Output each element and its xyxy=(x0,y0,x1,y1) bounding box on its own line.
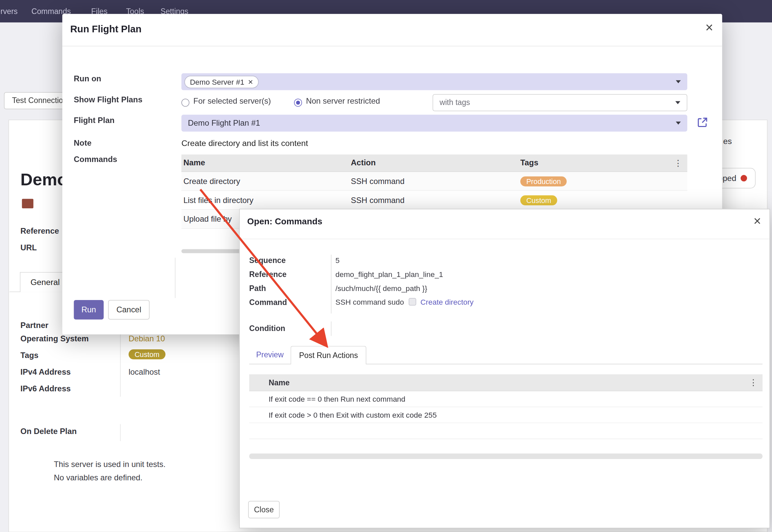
post-run-actions-table: Name ⋮ If exit code == 0 then Run next c… xyxy=(249,374,763,439)
commands-label: Commands xyxy=(74,155,117,164)
field-separator xyxy=(120,424,120,441)
table-row[interactable]: If exit code > 0 then Exit with custom e… xyxy=(249,407,763,423)
chevron-down-icon xyxy=(676,80,681,83)
header-divider xyxy=(62,46,722,46)
tag-badge-production: Production xyxy=(520,176,567,186)
empty-table-row xyxy=(249,423,763,439)
field-separator xyxy=(175,258,175,298)
run-on-select[interactable]: Demo Server #1 ✕ xyxy=(181,73,687,90)
ipv4-label: IPv4 Address xyxy=(20,368,71,377)
radio-non-server-restricted[interactable] xyxy=(294,99,302,107)
on-delete-plan-label: On Delete Plan xyxy=(20,427,77,436)
reference-label: Reference xyxy=(20,227,59,236)
field-separator xyxy=(331,255,331,313)
top-right-truncated-text: es xyxy=(723,137,732,146)
note-label: Note xyxy=(74,139,91,148)
close-icon[interactable]: × xyxy=(705,21,713,34)
radio-for-selected-servers[interactable] xyxy=(181,99,189,107)
modal-title: Open: Commands xyxy=(247,216,322,227)
table-header-row: Name Action Tags ⋮ xyxy=(181,154,687,172)
with-tags-select[interactable]: with tags xyxy=(433,94,687,111)
condition-label: Condition xyxy=(249,324,285,333)
run-button[interactable]: Run xyxy=(74,300,104,319)
page-title: Demo xyxy=(20,170,67,189)
ipv4-value: localhost xyxy=(129,368,160,377)
tag-badge-custom: Custom xyxy=(520,195,557,205)
header-divider xyxy=(240,239,769,239)
plan-description: Create directory and list its content xyxy=(181,139,308,148)
command-row: SSH command sudo Create directory xyxy=(335,298,474,306)
ipv6-label: IPv6 Address xyxy=(20,384,71,393)
table-row[interactable]: If exit code == 0 then Run next command xyxy=(249,391,763,407)
column-options-icon[interactable]: ⋮ xyxy=(749,377,757,388)
cell-name: If exit code == 0 then Run next command xyxy=(269,395,405,403)
path-value: /such/much/{{ demo_path }} xyxy=(335,284,427,292)
sequence-label: Sequence xyxy=(249,256,286,265)
screenshot-root: Servers Commands Files Tools Settings Te… xyxy=(0,0,772,532)
cell-name: List files in directory xyxy=(181,196,351,205)
notebook-tabs: Preview Post Run Actions xyxy=(249,346,763,364)
nav-item-servers[interactable]: Servers xyxy=(0,0,18,22)
column-header-name[interactable]: Name xyxy=(269,378,290,387)
radio-for-selected-servers-label[interactable]: For selected server(s) xyxy=(193,97,271,106)
field-separator xyxy=(331,321,331,336)
command-link[interactable]: Create directory xyxy=(420,298,474,306)
horizontal-scrollbar[interactable] xyxy=(249,454,763,459)
cancel-button[interactable]: Cancel xyxy=(108,300,149,319)
server-chip[interactable]: Demo Server #1 ✕ xyxy=(184,76,259,88)
tab-post-run-actions[interactable]: Post Run Actions xyxy=(291,346,366,364)
cell-action: SSH command xyxy=(351,177,520,186)
tab-preview[interactable]: Preview xyxy=(249,346,291,364)
url-label: URL xyxy=(20,243,37,252)
chevron-down-icon xyxy=(676,122,681,125)
cell-name: Create directory xyxy=(181,177,351,186)
show-flight-plans-label: Show Flight Plans xyxy=(74,95,142,104)
sequence-value: 5 xyxy=(335,256,339,265)
column-header-name[interactable]: Name xyxy=(181,158,351,167)
cell-name: If exit code > 0 then Exit with custom e… xyxy=(269,411,437,419)
app-stage: Servers Commands Files Tools Settings Te… xyxy=(0,0,772,532)
tags-label: Tags xyxy=(20,351,38,360)
partner-label: Partner xyxy=(20,321,48,330)
reference-label: Reference xyxy=(249,270,287,279)
run-on-label: Run on xyxy=(74,74,101,83)
unit-test-note-line2: No variables are defined. xyxy=(54,473,142,482)
table-row[interactable]: Create directory SSH command Production xyxy=(181,172,687,191)
color-swatch[interactable] xyxy=(22,199,33,208)
column-header-action[interactable]: Action xyxy=(351,158,520,167)
table-header-row: Name ⋮ xyxy=(249,374,763,391)
command-value: SSH command sudo xyxy=(335,298,404,306)
open-commands-modal: Open: Commands × Sequence Reference Path… xyxy=(239,209,770,528)
flight-plan-select[interactable]: Demo Flight Plan #1 xyxy=(181,115,687,132)
status-dot-icon xyxy=(741,175,747,181)
unit-test-note-line1: This server is used in unit tests. xyxy=(54,460,165,469)
close-icon[interactable]: × xyxy=(753,214,761,227)
operating-system-label: Operating System xyxy=(20,334,89,343)
chip-remove-icon[interactable]: ✕ xyxy=(248,78,253,85)
modal-title: Run Flight Plan xyxy=(70,23,142,35)
path-label: Path xyxy=(249,284,266,293)
external-link-icon[interactable] xyxy=(696,116,709,128)
radio-non-server-restricted-label[interactable]: Non server restricted xyxy=(306,97,380,106)
cell-action: SSH command xyxy=(351,196,520,205)
tag-badge-custom[interactable]: Custom xyxy=(129,349,166,359)
table-row[interactable]: List files in directory SSH command Cust… xyxy=(181,191,687,210)
flight-plan-label: Flight Plan xyxy=(74,116,114,125)
column-options-icon[interactable]: ⋮ xyxy=(674,158,682,168)
chevron-down-icon xyxy=(675,101,680,104)
reference-value: demo_flight_plan_1_plan_line_1 xyxy=(335,270,443,278)
with-tags-placeholder: with tags xyxy=(433,98,470,107)
flight-plan-value: Demo Flight Plan #1 xyxy=(181,119,260,128)
server-chip-label: Demo Server #1 xyxy=(190,77,244,86)
close-button[interactable]: Close xyxy=(248,501,280,518)
column-header-tags[interactable]: Tags xyxy=(520,158,538,167)
command-label: Command xyxy=(249,298,287,307)
operating-system-value[interactable]: Debian 10 xyxy=(129,334,165,343)
sudo-checkbox[interactable] xyxy=(408,298,416,305)
